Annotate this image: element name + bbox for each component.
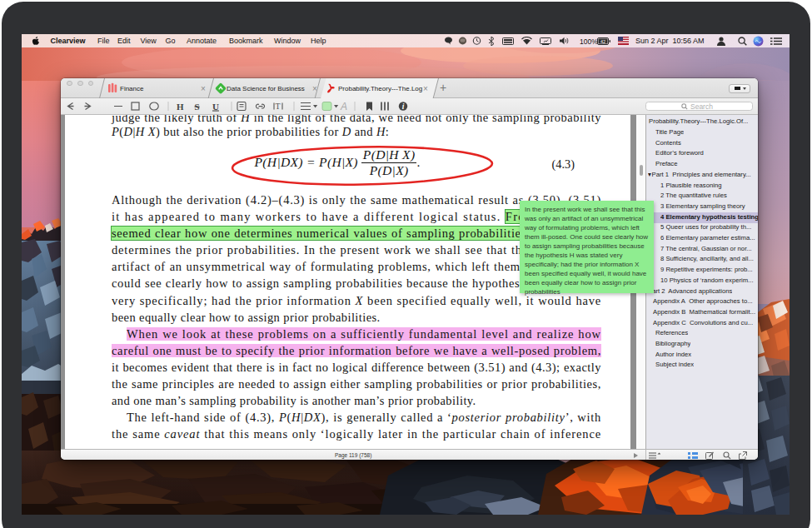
svg-text:42: 42 — [600, 38, 605, 43]
svg-text:S: S — [195, 102, 200, 112]
svg-text:U: U — [212, 102, 219, 112]
svg-text:H: H — [177, 102, 184, 112]
svg-text:T: T — [276, 102, 281, 111]
svg-text:i: i — [402, 102, 405, 111]
svg-text:A: A — [340, 101, 347, 112]
